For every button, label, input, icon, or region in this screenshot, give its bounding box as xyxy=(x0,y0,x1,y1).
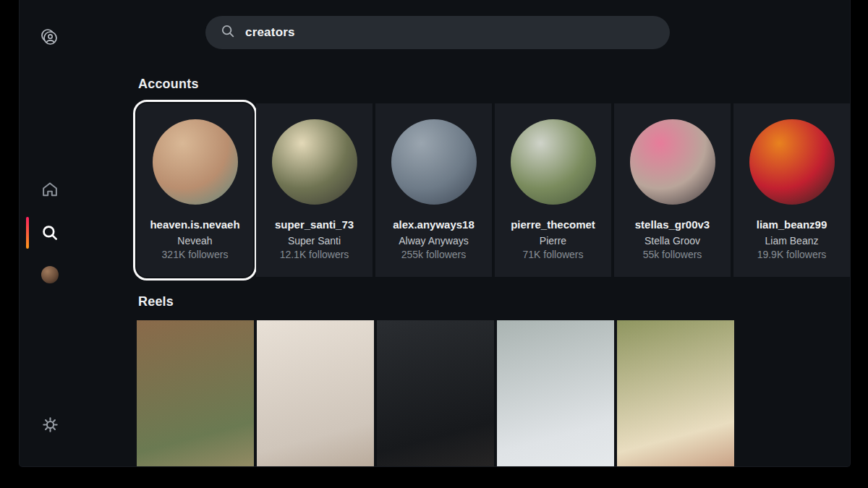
account-card[interactable]: stellas_gr00v3 Stella Groov 55k follower… xyxy=(614,103,731,277)
account-avatar xyxy=(153,119,238,205)
profile-avatar[interactable] xyxy=(41,266,59,283)
account-username: super_santi_73 xyxy=(275,218,354,231)
search-icon xyxy=(220,23,236,42)
settings-button[interactable] xyxy=(39,414,61,435)
search-query: creators xyxy=(245,25,295,40)
account-fullname: Super Santi xyxy=(288,235,341,247)
account-fullname: Alway Anyways xyxy=(399,235,468,247)
account-followers: 255k followers xyxy=(401,249,467,260)
account-card[interactable]: super_santi_73 Super Santi 12.1K followe… xyxy=(256,103,373,277)
accounts-heading: Accounts xyxy=(138,77,199,92)
app-screen: creators Accounts heaven.is.nevaeh Nevea… xyxy=(19,0,851,467)
account-username: stellas_gr00v3 xyxy=(635,218,710,231)
account-followers: 19.9K followers xyxy=(757,249,827,260)
search-bar[interactable]: creators xyxy=(205,16,670,49)
account-followers: 321K followers xyxy=(162,249,229,260)
active-tab-indicator xyxy=(26,217,29,249)
account-card[interactable]: heaven.is.nevaeh Neveah 321K followers xyxy=(137,103,253,277)
account-card[interactable]: pierre_thecomet Pierre 71K followers xyxy=(495,103,611,277)
account-username: alex.anyways18 xyxy=(393,218,475,231)
account-switcher-button[interactable] xyxy=(39,27,61,48)
home-icon xyxy=(41,180,59,199)
account-avatar xyxy=(272,119,357,205)
reel-thumbnail[interactable] xyxy=(257,320,374,467)
account-fullname: Stella Groov xyxy=(644,235,700,247)
account-fullname: Pierre xyxy=(540,235,566,247)
reel-thumbnail[interactable] xyxy=(497,320,614,467)
settings-gear-icon xyxy=(41,416,59,434)
account-username: liam_beanz99 xyxy=(757,218,827,231)
account-switcher-icon xyxy=(40,27,60,48)
account-avatar xyxy=(749,119,835,205)
account-fullname: Liam Beanz xyxy=(765,235,819,247)
account-card[interactable]: alex.anyways18 Alway Anyways 255k follow… xyxy=(375,103,492,277)
reels-heading: Reels xyxy=(138,294,174,309)
account-fullname: Neveah xyxy=(177,235,212,247)
reel-thumbnail[interactable] xyxy=(137,320,254,467)
main-content: creators Accounts heaven.is.nevaeh Nevea… xyxy=(135,0,851,466)
account-avatar xyxy=(391,119,477,205)
home-button[interactable] xyxy=(39,179,61,200)
account-avatar xyxy=(630,119,715,205)
account-followers: 55k followers xyxy=(643,249,702,260)
sidebar xyxy=(20,0,135,466)
account-username: heaven.is.nevaeh xyxy=(150,218,239,231)
reel-thumbnail[interactable] xyxy=(617,320,734,467)
accounts-row: heaven.is.nevaeh Neveah 321K followers s… xyxy=(137,103,850,277)
reel-thumbnail[interactable] xyxy=(377,320,494,467)
account-followers: 12.1K followers xyxy=(280,249,349,260)
search-icon xyxy=(41,223,59,242)
account-followers: 71K followers xyxy=(522,249,583,260)
reels-row xyxy=(137,320,734,467)
account-card[interactable]: liam_beanz99 Liam Beanz 19.9K followers xyxy=(733,103,850,277)
search-tab-button[interactable] xyxy=(39,222,61,244)
account-username: pierre_thecomet xyxy=(511,218,595,231)
account-avatar xyxy=(511,119,596,205)
